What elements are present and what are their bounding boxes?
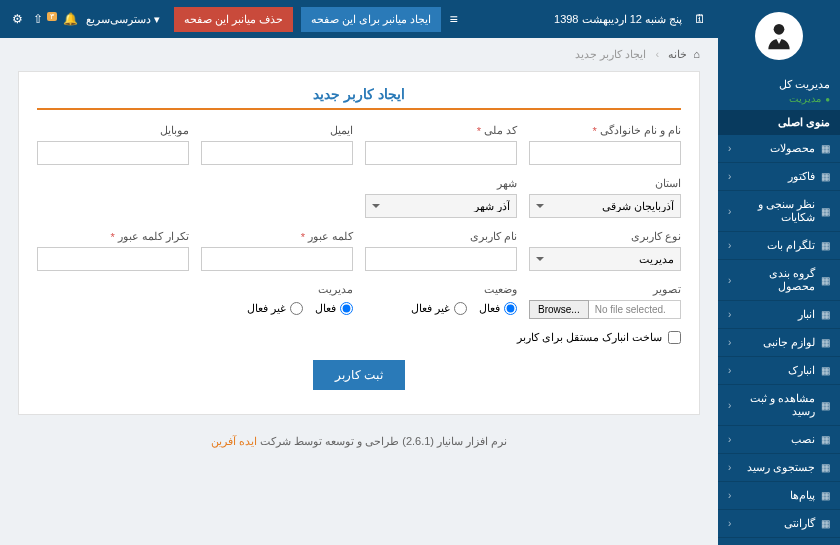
email-input[interactable] [201, 141, 353, 165]
submit-button[interactable]: ثبت کاربر [313, 360, 405, 390]
quick-access-link[interactable]: ▾ دسترسی‌سریع [86, 13, 160, 26]
avatar-box [718, 0, 840, 72]
sidebar-item-7[interactable]: ▦انبارک‹ [718, 357, 840, 385]
mobile-input[interactable] [37, 141, 189, 165]
status-active-radio[interactable]: فعال [479, 302, 517, 315]
panel-title: ایجاد کاربر جدید [37, 86, 681, 110]
mobile-label: موبایل [37, 124, 189, 137]
chevron-left-icon: ‹ [728, 171, 731, 182]
password-input[interactable] [201, 247, 353, 271]
grid-icon: ▦ [821, 309, 830, 320]
breadcrumb-current: ایجاد کاربر جدید [575, 48, 646, 60]
sidebar-item-label: گارانتی [784, 517, 815, 530]
sidebar-item-2[interactable]: ▦نظر سنجی و شکایات‹ [718, 191, 840, 232]
sidebar-item-1[interactable]: ▦فاکتور‹ [718, 163, 840, 191]
admin-role: مدیریت [718, 91, 840, 110]
chevron-left-icon: ‹ [728, 434, 731, 445]
breadcrumb: ⌂ خانه › ایجاد کاربر جدید [0, 38, 718, 71]
upload-icon[interactable]: ⇧ [33, 12, 43, 26]
management-inactive-radio[interactable]: غیر فعال [247, 302, 303, 315]
sidebar-item-0[interactable]: ▦محصولات‹ [718, 135, 840, 163]
sidebar-item-11[interactable]: ▦پیام‌ها‹ [718, 482, 840, 510]
notif-badge: ۳ [47, 12, 57, 21]
chevron-left-icon: ‹ [728, 490, 731, 501]
management-active-radio[interactable]: فعال [315, 302, 353, 315]
browse-button[interactable]: Browse... [529, 300, 589, 319]
sidebar-item-label: جستجوی رسید [747, 461, 815, 474]
user-type-label: نوع کاربری [529, 230, 681, 243]
chevron-left-icon: ‹ [728, 275, 731, 286]
status-inactive-radio[interactable]: غیر فعال [411, 302, 467, 315]
grid-icon: ▦ [821, 365, 830, 376]
chevron-left-icon: ‹ [728, 400, 731, 411]
create-shortcut-button[interactable]: ایجاد میانبر برای این صفحه [301, 7, 441, 32]
sidebar-item-label: انبارک [788, 364, 815, 377]
city-select[interactable]: آذر شهر [365, 194, 517, 218]
chevron-left-icon: ‹ [728, 143, 731, 154]
grid-icon: ▦ [821, 143, 830, 154]
footer: نرم افزار سانیار (2.6.1) طراحی و توسعه ت… [0, 427, 718, 456]
calendar-icon: 🗓 [694, 12, 706, 26]
breadcrumb-home[interactable]: خانه [668, 48, 687, 60]
sidebar-item-12[interactable]: ▦گارانتی‹ [718, 510, 840, 538]
form-panel: ایجاد کاربر جدید نام و نام خانوادگی* کد … [18, 71, 700, 415]
independent-warehouse-checkbox[interactable] [668, 331, 681, 344]
password-confirm-input[interactable] [37, 247, 189, 271]
province-select[interactable]: آذربایجان شرقی [529, 194, 681, 218]
sidebar-item-label: نصب [791, 433, 815, 446]
share-icon[interactable]: ⚙ [12, 12, 23, 26]
chevron-left-icon: ‹ [728, 206, 731, 217]
password-confirm-label: تکرار کلمه عبور* [37, 230, 189, 243]
city-label: شهر [365, 177, 517, 190]
grid-icon: ▦ [821, 434, 830, 445]
national-id-input[interactable] [365, 141, 517, 165]
sidebar-item-label: فاکتور [788, 170, 815, 183]
grid-icon: ▦ [821, 400, 830, 411]
chevron-left-icon: ‹ [728, 309, 731, 320]
username-input[interactable] [365, 247, 517, 271]
bell-icon[interactable]: 🔔۳ [53, 12, 78, 26]
sidebar-item-label: پیام‌ها [790, 489, 815, 502]
sidebar-item-label: گروه بندی محصول [731, 267, 815, 293]
main: 🗓 پنج شنبه 12 اردیبهشت 1398 ≡ ایجاد میان… [0, 0, 718, 545]
sidebar-item-13[interactable]: ▦تنظیمات‹ [718, 538, 840, 545]
fullname-input[interactable] [529, 141, 681, 165]
sidebar-item-label: محصولات [770, 142, 815, 155]
sidebar-item-label: انبار [798, 308, 815, 321]
home-icon[interactable]: ⌂ [693, 48, 700, 60]
chevron-left-icon: ‹ [728, 518, 731, 529]
grid-icon: ▦ [821, 490, 830, 501]
avatar[interactable] [755, 12, 803, 60]
sidebar-item-9[interactable]: ▦نصب‹ [718, 426, 840, 454]
sidebar-item-3[interactable]: ▦تلگرام بات‹ [718, 232, 840, 260]
email-label: ایمیل [201, 124, 353, 137]
date-text: پنج شنبه 12 اردیبهشت 1398 [554, 13, 682, 26]
sidebar-item-4[interactable]: ▦گروه بندی محصول‹ [718, 260, 840, 301]
grid-icon: ▦ [821, 171, 830, 182]
sidebar-item-6[interactable]: ▦لوازم جانبی‹ [718, 329, 840, 357]
grid-icon: ▦ [821, 337, 830, 348]
grid-icon: ▦ [821, 206, 830, 217]
user-icon [763, 20, 795, 52]
national-id-label: کد ملی* [365, 124, 517, 137]
sidebar-item-5[interactable]: ▦انبار‹ [718, 301, 840, 329]
user-type-select[interactable]: مدیریت [529, 247, 681, 271]
topbar: 🗓 پنج شنبه 12 اردیبهشت 1398 ≡ ایجاد میان… [0, 0, 718, 38]
grid-icon: ▦ [821, 518, 830, 529]
sidebar-item-8[interactable]: ▦مشاهده و ثبت رسید‹ [718, 385, 840, 426]
delete-shortcut-button[interactable]: حذف میانبر این صفحه [174, 7, 293, 32]
image-label: تصویر [529, 283, 681, 296]
management-label: مدیریت [201, 283, 353, 296]
admin-name: مدیریت کل [718, 78, 840, 91]
sidebar-item-10[interactable]: ▦جستجوی رسید‹ [718, 454, 840, 482]
chevron-left-icon: ‹ [728, 240, 731, 251]
username-label: نام کاربری [365, 230, 517, 243]
grid-icon: ▦ [821, 275, 830, 286]
sidebar: مدیریت کل مدیریت منوی اصلی ▦محصولات‹▦فاک… [718, 0, 840, 545]
chevron-left-icon: ‹ [728, 462, 731, 473]
chevron-left-icon: ‹ [728, 337, 731, 348]
grid-icon: ▦ [821, 240, 830, 251]
hamburger-icon[interactable]: ≡ [449, 11, 457, 27]
sidebar-item-label: مشاهده و ثبت رسید [731, 392, 815, 418]
file-selected-text: No file selected. [589, 300, 681, 319]
